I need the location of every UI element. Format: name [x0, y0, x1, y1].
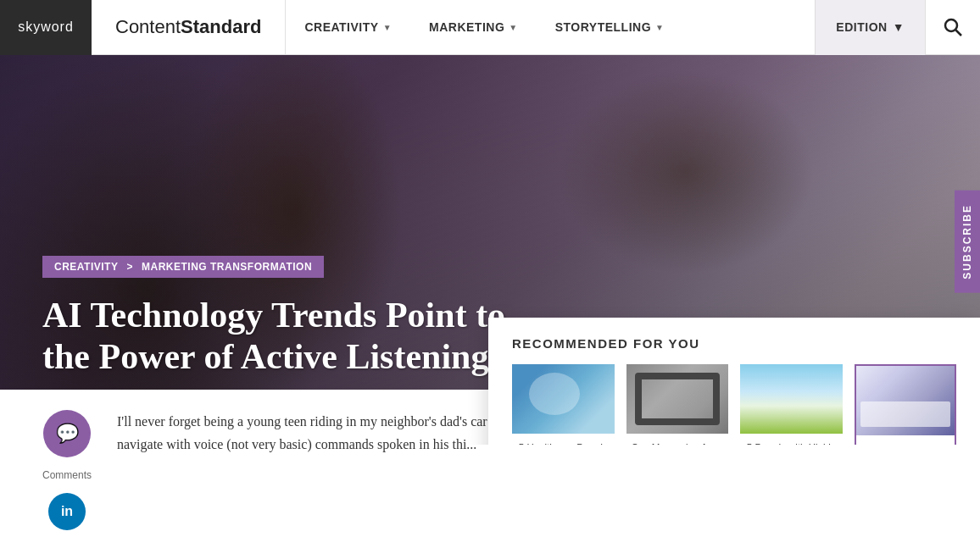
breadcrumb-arrow: > — [126, 261, 133, 273]
article-title: AI Technology Trends Point to the Power … — [42, 295, 522, 377]
nav-item-storytelling[interactable]: STORYTELLING ▼ — [537, 0, 683, 55]
rec-card-text-2: Can Messaging Apps Make QR Codes Useful … — [626, 440, 729, 445]
chevron-down-icon: ▼ — [383, 23, 392, 32]
edition-button[interactable]: EDITION ▼ — [815, 0, 925, 55]
edition-label: EDITION — [836, 20, 887, 34]
nav-label-storytelling: STORYTELLING — [555, 20, 651, 34]
rec-card-image-4 — [856, 366, 955, 435]
site-header: skyword ContentStandard CREATIVITY ▼ MAR… — [0, 0, 980, 55]
nav-label-creativity: CREATIVITY — [304, 20, 378, 34]
recommended-card-2[interactable]: Can Messaging Apps Make QR Codes Useful … — [626, 364, 729, 445]
site-title[interactable]: ContentStandard — [92, 0, 286, 55]
nav-item-creativity[interactable]: CREATIVITY ▼ — [286, 0, 410, 55]
rec-card-text-4: 5 Content Marketing Trends to Plan Your … — [856, 442, 955, 445]
comments-button[interactable]: 💬 — [43, 410, 91, 457]
comment-icon: 💬 — [56, 423, 79, 445]
main-nav: CREATIVITY ▼ MARKETING ▼ STORYTELLING ▼ — [286, 0, 815, 55]
svg-point-0 — [945, 19, 957, 31]
site-title-standard: Standard — [181, 16, 261, 38]
hero-section: CREATIVITY > MARKETING TRANSFORMATION AI… — [0, 55, 980, 445]
subscribe-button[interactable]: SUBSCRIBE — [955, 191, 980, 293]
chevron-down-icon: ▼ — [509, 23, 517, 32]
rec-card-image-1 — [512, 364, 615, 434]
recommended-panel: RECOMMENDED FOR YOU 5 Healthcare Brands … — [488, 318, 980, 445]
search-icon — [943, 17, 963, 37]
svg-line-1 — [956, 30, 962, 36]
breadcrumb-section[interactable]: MARKETING TRANSFORMATION — [142, 261, 312, 273]
recommended-card-4[interactable]: 5 Content Marketing Trends to Plan Your … — [855, 364, 957, 445]
rec-card-image-3 — [740, 364, 843, 434]
search-button[interactable] — [925, 0, 980, 55]
linkedin-icon: in — [61, 504, 73, 519]
recommended-card-3[interactable]: 5 Brands with Highly Successful Facebook… — [740, 364, 843, 445]
rec-card-text-1: 5 Healthcare Brands that Breathe New Lif… — [512, 440, 615, 445]
breadcrumb-category[interactable]: CREATIVITY — [54, 261, 118, 273]
recommended-card-1[interactable]: 5 Healthcare Brands that Breathe New Lif… — [512, 364, 615, 445]
breadcrumb: CREATIVITY > MARKETING TRANSFORMATION — [42, 256, 324, 278]
site-title-content: Content — [115, 16, 181, 38]
skyword-logo[interactable]: skyword — [0, 0, 92, 55]
comments-label: Comments — [42, 469, 92, 481]
rec-card-text-3: 5 Brands with Highly Successful Facebook… — [740, 440, 843, 445]
recommended-title: RECOMMENDED FOR YOU — [512, 336, 956, 351]
skyword-logo-text: skyword — [18, 19, 74, 35]
rec-card-image-2 — [626, 364, 729, 434]
chevron-down-icon: ▼ — [655, 23, 664, 32]
nav-item-marketing[interactable]: MARKETING ▼ — [410, 0, 537, 55]
chevron-down-icon: ▼ — [893, 20, 905, 34]
linkedin-button[interactable]: in — [48, 493, 86, 530]
social-sidebar: 💬 Comments in — [42, 407, 92, 530]
recommended-grid: 5 Healthcare Brands that Breathe New Lif… — [512, 364, 956, 445]
nav-label-marketing: MARKETING — [429, 20, 504, 34]
